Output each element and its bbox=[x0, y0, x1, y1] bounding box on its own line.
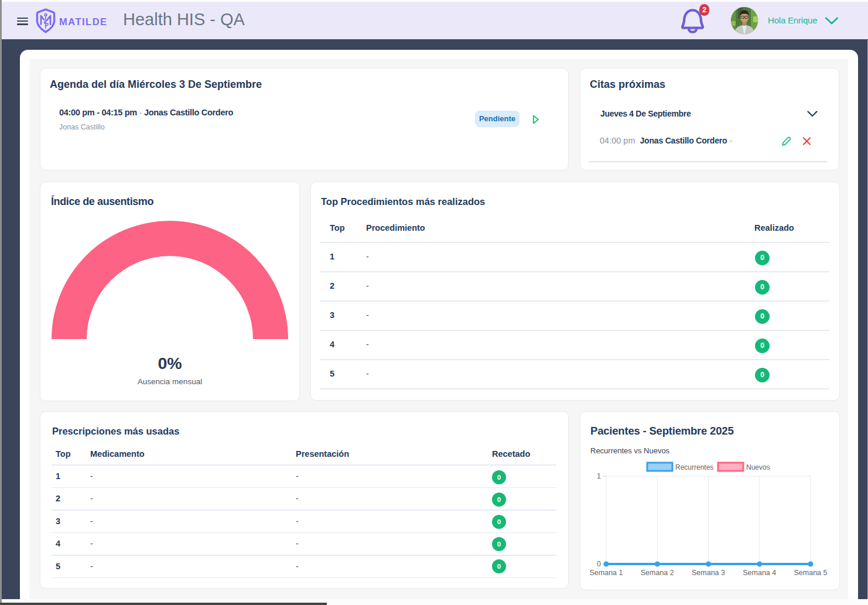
svg-text:Semana 3: Semana 3 bbox=[692, 569, 725, 577]
svg-text:Semana 2: Semana 2 bbox=[641, 569, 674, 577]
svg-text:Semana 4: Semana 4 bbox=[743, 569, 776, 577]
svg-text:1: 1 bbox=[597, 472, 601, 480]
svg-text:Semana 1: Semana 1 bbox=[590, 569, 623, 577]
svg-text:Recurrentes: Recurrentes bbox=[675, 463, 713, 471]
svg-text:Nuevos: Nuevos bbox=[746, 463, 770, 471]
svg-text:Semana 5: Semana 5 bbox=[794, 569, 828, 577]
svg-text:0: 0 bbox=[597, 560, 601, 568]
